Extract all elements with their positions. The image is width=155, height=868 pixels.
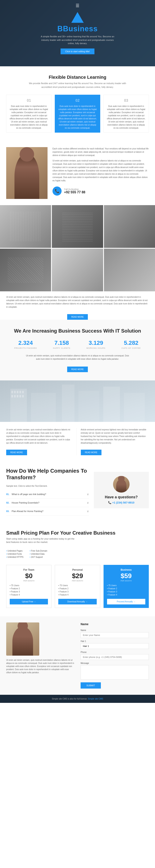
pricing-features-col2: Free Sub-Domain Unlimited Data 24/7 Supp… <box>30 550 47 559</box>
hamburger-icon[interactable]: ☰ <box>76 3 79 8</box>
pricing-section: Small Pricing Plan For Your Creative Bus… <box>0 522 155 616</box>
pricing-cards: For Team $0 PER MONTH 75 Users Feature 2… <box>6 565 149 608</box>
footer-text: Simple site CMS is also for full license… <box>52 698 88 700</box>
hair-select[interactable]: Hair 1 Hair 2 Hair 3 <box>81 643 149 649</box>
pricing-feature-2-3: 24/7 Support <box>30 556 47 558</box>
contact-avatar <box>6 622 39 656</box>
stats-title: We Are Increasing Business Success With … <box>6 328 149 334</box>
feature-number-2: 02 <box>58 98 97 103</box>
profile-content: Each color evokes different emotions for… <box>52 147 149 196</box>
hero-nav: ☰ <box>0 3 155 8</box>
call-label: Call Us Anytime <box>64 188 85 190</box>
svg-rect-6 <box>22 391 24 393</box>
plan-name-1: Personal <box>58 568 96 571</box>
faq-item-3-label: 03. Plan Ahead for Home Painting? <box>6 510 43 513</box>
feature-number-3: 03 <box>107 98 146 103</box>
form-group-name: Name <box>81 629 149 638</box>
hero-title: BBusiness <box>57 25 98 33</box>
phone-input[interactable] <box>81 654 149 660</box>
plan-name-2: Business <box>107 568 145 571</box>
svg-rect-2 <box>11 391 13 393</box>
profile-image <box>6 147 47 199</box>
contact-avatar-figure <box>12 627 33 656</box>
plan-name-0: For Team <box>10 568 48 571</box>
faq-chevron-3-icon: ∨ <box>87 509 89 513</box>
stats-read-more-button[interactable]: READ MORE <box>67 367 88 372</box>
articles-section: Ut enim ad minim veniam, quis nostrud ex… <box>0 422 155 461</box>
svg-rect-4 <box>17 391 18 393</box>
article-1-read-more-button[interactable]: READ MORE <box>6 450 27 455</box>
faq-item-1[interactable]: 01. What is off page seo link building? … <box>6 490 89 499</box>
plan-period-2: PER MONTH <box>107 580 145 582</box>
plan-period-1: PER MONTH <box>58 580 96 582</box>
photo-cell-1 <box>0 205 51 248</box>
pricing-card-1: Personal $29 PER MONTH 75 Users Feature … <box>55 565 100 608</box>
plan-feature-2-3: Feature 4 <box>107 594 145 596</box>
phone-icon-small: 📞 <box>108 501 111 504</box>
name-input[interactable] <box>81 632 149 638</box>
plan-feature-2-1: Feature 2 <box>107 587 145 590</box>
feature-text-3: Duis aute irure dolor in reprehenderit i… <box>107 105 146 129</box>
contact-form-title: Name <box>81 622 149 626</box>
photo-cell-3 <box>104 205 155 248</box>
submit-button[interactable]: SUBMIT <box>81 682 101 688</box>
feature-text-1: Duis aute irure dolor in reprehenderit i… <box>9 105 48 129</box>
learning-section: Flexible Distance Learning We provide fl… <box>0 66 155 141</box>
footer-link[interactable]: Simple site CMS <box>88 698 103 700</box>
faq-item-3[interactable]: 03. Plan Ahead for Home Painting? ∨ <box>6 507 89 516</box>
pricing-card-2: Business $59 PER MONTH 75 Users Feature … <box>104 565 149 608</box>
svg-rect-7 <box>11 395 13 397</box>
name-label: Name <box>81 629 149 631</box>
plan-feature-0-0: 75 Users <box>10 584 48 587</box>
stat-number-0: 2.324 <box>14 340 37 346</box>
pricing-feature-2-1: Free Sub-Domain <box>30 550 47 552</box>
photo-cell-4 <box>0 249 51 291</box>
form-group-hair: Hair 1 Hair 1 Hair 2 Hair 3 <box>81 640 149 649</box>
stat-item-0: 2.324 PROJECTS FINISHED <box>14 340 37 349</box>
photo-cell-6 <box>104 249 155 291</box>
stat-label-0: PROJECTS FINISHED <box>14 347 37 349</box>
hero-subtitle: A simple flexible and 30+ online learnin… <box>38 35 117 45</box>
svg-rect-12 <box>31 393 56 422</box>
pricing-feature-2-2: Unlimited Data <box>30 553 47 555</box>
faq-left: How Do We Help Companies To Transform? S… <box>6 468 89 515</box>
plan-feature-1-3: Feature 4 <box>58 594 96 596</box>
faq-sample-text: Sample text. Click to select the Text El… <box>6 485 89 487</box>
photo-grid <box>0 205 155 291</box>
phone-label: Phone <box>81 651 149 653</box>
svg-rect-1 <box>10 389 27 422</box>
have-questions-title: Have a questions? <box>98 495 145 499</box>
pricing-feature-1-1: Unlimited Pages <box>6 550 24 552</box>
feature-card-3: 03 Duis aute irure dolor in reprehenderi… <box>104 95 149 133</box>
feature-text-2: Duis aute irure dolor in reprehenderit i… <box>58 105 97 129</box>
have-questions-box: Have a questions? 📞 +1 (234) 567-8910 <box>94 472 149 508</box>
article-1: Ut enim ad minim veniam, quis nostrud ex… <box>6 428 77 455</box>
feature-card-1: 01 Duis aute irure dolor in reprehenderi… <box>6 95 51 133</box>
stat-item-2: 3.129 WORKING HOURS <box>86 340 105 349</box>
faq-item-2[interactable]: 02. House Painting Essentials? ∨ <box>6 499 89 507</box>
article-2-read-more-button[interactable]: READ MORE <box>81 450 102 455</box>
svg-rect-11 <box>22 395 24 397</box>
article-1-text: Ut enim ad minim veniam, quis nostrud ex… <box>6 428 72 445</box>
plan-feature-1-2: Feature 3 <box>58 591 96 593</box>
profile-paragraph-1: Each color evokes different emotions for… <box>52 147 149 157</box>
hair-label: Hair 1 <box>81 640 149 642</box>
plan-btn-0[interactable]: Upload Free → <box>10 599 48 604</box>
faq-title: How Do We Help Companies To Transform? <box>6 468 89 480</box>
pricing-title: Small Pricing Plan For Your Creative Bus… <box>6 530 149 536</box>
stat-item-1: 7.158 HAPPY CLIENTS <box>53 340 70 349</box>
gallery-read-more-button[interactable]: READ MORE <box>67 314 88 320</box>
plan-feature-2-2: Feature 3 <box>107 591 145 593</box>
plan-price-1: $29 <box>58 572 96 580</box>
plan-feature-2-0: 75 Users <box>107 584 145 587</box>
article-2-text: Article eminent arrived express lightest… <box>81 428 147 445</box>
plan-features-1: 75 Users Feature 2 Feature 3 Feature 4 <box>58 584 96 596</box>
pricing-features-col1: Unlimited Pages Unlimited Fonts Unlimite… <box>6 550 24 559</box>
message-textarea[interactable] <box>81 665 149 680</box>
hero-cta-button[interactable]: Click to start editing title! <box>61 49 94 54</box>
plan-btn-1[interactable]: Download Annually → <box>58 599 96 604</box>
plan-feature-1-1: Feature 2 <box>58 587 96 590</box>
message-label: Message <box>81 662 149 664</box>
footer: Simple site CMS is also for full license… <box>0 695 155 703</box>
plan-btn-2[interactable]: Proceed Annually → <box>107 599 145 604</box>
